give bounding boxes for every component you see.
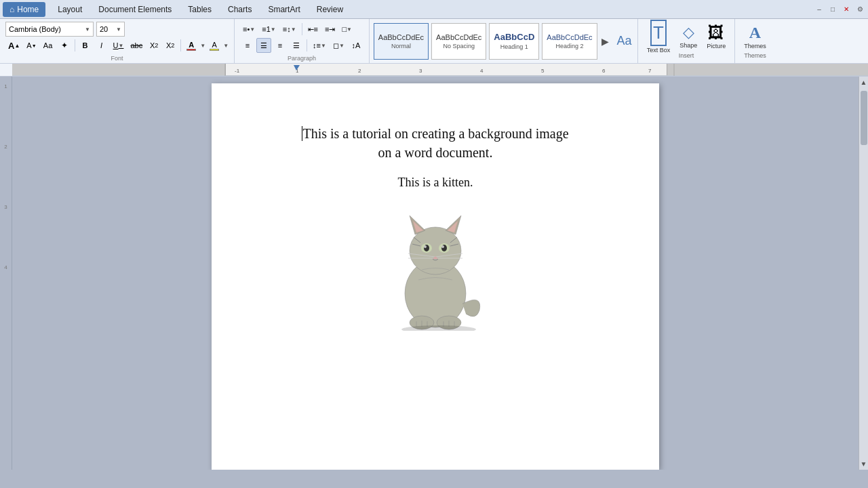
- tab-charts[interactable]: Charts: [220, 0, 260, 19]
- font-color-button[interactable]: A: [184, 38, 199, 53]
- align-right-button[interactable]: ≡: [273, 38, 288, 53]
- insert-section-label: Insert: [644, 52, 730, 59]
- themes-label: Themes: [744, 43, 766, 49]
- grow-font-button[interactable]: A▲: [5, 38, 22, 53]
- kitten-image: [381, 195, 490, 331]
- marker-3: 3: [4, 204, 7, 210]
- superscript-button[interactable]: X2: [163, 38, 178, 53]
- tab-tables[interactable]: Tables: [180, 0, 220, 19]
- insert-shape-button[interactable]: ◇ Shape: [676, 22, 701, 51]
- maximize-button[interactable]: □: [827, 4, 838, 15]
- highlight-color-button[interactable]: A: [207, 38, 222, 53]
- insert-section: Insert T Text Box ◇ Shape 🖼 Picture: [638, 19, 736, 63]
- marker-4: 4: [4, 264, 7, 270]
- style-heading1[interactable]: AaBbCcD Heading 1: [489, 23, 539, 60]
- shrink-font-button[interactable]: A▼: [24, 38, 39, 53]
- style-normal-label: Normal: [391, 43, 411, 49]
- style-heading2[interactable]: AaBbCcDdEc Heading 2: [542, 23, 597, 60]
- vertical-scrollbar[interactable]: ▲ ▼: [859, 77, 868, 470]
- content-area[interactable]: This is a tutorial on creating a backgro…: [12, 77, 859, 470]
- themes-icon: A: [749, 24, 761, 42]
- font-color-arrow[interactable]: ▼: [200, 43, 205, 49]
- style-no-spacing[interactable]: AaBbCcDdEc No Spacing: [431, 23, 486, 60]
- tab-review[interactable]: Review: [309, 0, 351, 19]
- styles-options: Aa: [612, 34, 635, 49]
- left-sidebar: 1 2 3 4: [0, 77, 12, 470]
- svg-text:2: 2: [358, 68, 361, 74]
- multilevel-list-button[interactable]: ≡↕▼: [280, 22, 299, 37]
- subscript-button[interactable]: X2: [146, 38, 161, 53]
- settings-icon[interactable]: ⚙: [854, 4, 865, 15]
- align-center-button[interactable]: ☰: [256, 38, 271, 53]
- paragraph-section-label: Paragraph: [235, 55, 369, 62]
- font-section: Cambria (Body) ▼ 20 ▼ A▲ A▼ Aa ✦ B: [0, 19, 235, 63]
- scroll-down-arrow[interactable]: ▼: [859, 458, 868, 470]
- style-normal-preview: AaBbCcDdEc: [378, 33, 424, 41]
- insert-textbox-button[interactable]: T Text Box: [644, 18, 674, 56]
- style-h1-label: Heading 1: [500, 43, 528, 50]
- svg-point-26: [441, 245, 444, 248]
- kitten-svg: [381, 195, 490, 331]
- clear-format-button[interactable]: ✦: [57, 38, 72, 53]
- sep4: [307, 39, 307, 52]
- menu-bar: ⌂ Home Layout Document Elements Tables C…: [0, 0, 868, 19]
- svg-text:4: 4: [480, 68, 484, 74]
- sort-button[interactable]: ↕A: [349, 38, 363, 53]
- style-nospacing-preview: AaBbCcDdEc: [436, 33, 481, 41]
- svg-text:-1: -1: [235, 68, 240, 74]
- svg-point-12: [410, 227, 461, 274]
- picture-label: Picture: [707, 43, 726, 49]
- svg-marker-10: [294, 65, 300, 70]
- scroll-thumb[interactable]: [861, 91, 867, 145]
- font-name-dropdown[interactable]: Cambria (Body) ▼: [5, 22, 94, 37]
- scroll-up-arrow[interactable]: ▲: [859, 77, 868, 88]
- insert-picture-button[interactable]: 🖼 Picture: [703, 21, 729, 52]
- numbering-button[interactable]: ≡1▼: [259, 22, 278, 37]
- style-h1-preview: AaBbCcD: [494, 32, 534, 42]
- strikethrough-button[interactable]: abc: [127, 38, 145, 53]
- close-button[interactable]: ✕: [841, 4, 852, 15]
- document-page[interactable]: This is a tutorial on creating a backgro…: [212, 83, 659, 470]
- home-tab[interactable]: ⌂ Home: [3, 2, 45, 17]
- minimize-button[interactable]: –: [814, 4, 825, 15]
- decrease-indent-button[interactable]: ⇤≡: [305, 22, 321, 37]
- bullets-button[interactable]: ≡•▼: [240, 22, 258, 37]
- italic-button[interactable]: I: [94, 38, 109, 53]
- font-size-dropdown[interactable]: 20 ▼: [96, 22, 125, 37]
- separator: [75, 39, 75, 52]
- border-button[interactable]: □▼: [339, 22, 355, 37]
- shading-button[interactable]: ◻▼: [330, 38, 347, 53]
- themes-button[interactable]: A Themes: [741, 22, 770, 52]
- justify-button[interactable]: ☰: [289, 38, 304, 53]
- svg-text:7: 7: [648, 68, 652, 74]
- home-label: Home: [17, 5, 39, 14]
- tab-smartart[interactable]: SmartArt: [260, 0, 308, 19]
- svg-text:6: 6: [602, 68, 606, 74]
- underline-button[interactable]: U▼: [111, 38, 127, 53]
- svg-point-25: [424, 245, 427, 248]
- styles-expand-arrow[interactable]: ▶: [599, 33, 612, 49]
- style-h2-preview: AaBbCcDdEc: [547, 33, 592, 41]
- ruler-svg: -1 1 2 3 4 5 6 7: [24, 64, 868, 76]
- highlight-arrow[interactable]: ▼: [223, 43, 229, 49]
- tab-layout[interactable]: Layout: [50, 0, 90, 19]
- align-left-button[interactable]: ≡: [240, 38, 255, 53]
- tab-document-elements[interactable]: Document Elements: [90, 0, 180, 19]
- increase-indent-button[interactable]: ≡⇥: [322, 22, 338, 37]
- ruler: -1 1 2 3 4 5 6 7: [12, 64, 868, 76]
- change-case-button[interactable]: Aa: [41, 38, 56, 53]
- bold-button[interactable]: B: [78, 38, 93, 53]
- styles-option1-button[interactable]: Aa: [614, 34, 635, 49]
- line-spacing-button[interactable]: ↕≡▼: [310, 38, 329, 53]
- font-section-label: Font: [0, 55, 234, 62]
- style-normal[interactable]: AaBbCcDdEc Normal: [374, 23, 429, 60]
- doc-text-line2: on a word document.: [378, 145, 493, 160]
- ribbon: Cambria (Body) ▼ 20 ▼ A▲ A▼ Aa ✦ B: [0, 19, 868, 77]
- paragraph-section: ≡•▼ ≡1▼ ≡↕▼ ⇤≡ ≡⇥ □▼ ≡ ☰ ≡ ☰ ↕≡▼ ◻▼ ↕A: [235, 19, 370, 63]
- separator2: [180, 39, 181, 52]
- picture-icon: 🖼: [708, 23, 724, 42]
- textbox-icon: T: [650, 20, 667, 46]
- marker-2: 2: [4, 144, 7, 150]
- document-main-text[interactable]: This is a tutorial on creating a backgro…: [266, 124, 605, 162]
- svg-text:5: 5: [541, 68, 545, 74]
